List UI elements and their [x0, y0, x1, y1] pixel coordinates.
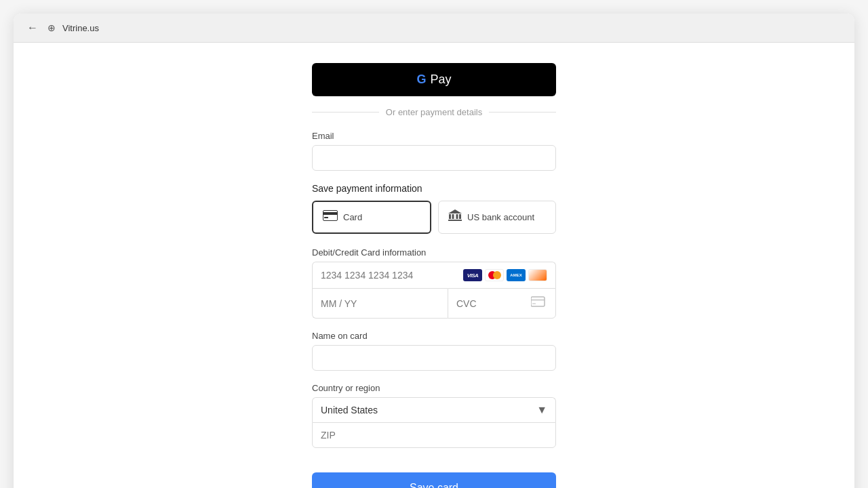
svg-rect-6: [459, 214, 461, 219]
tab-icon: ⊕: [47, 22, 56, 33]
svg-rect-3: [449, 214, 451, 219]
card-icon: [323, 210, 338, 224]
mastercard-logo: [485, 269, 504, 281]
divider-text: Or enter payment details: [386, 107, 482, 117]
cvc-row: [448, 288, 556, 319]
g-blue: G: [416, 73, 426, 87]
svg-rect-0: [323, 211, 338, 221]
svg-rect-7: [448, 220, 462, 221]
svg-rect-4: [452, 214, 454, 219]
card-expiry-cvc: [312, 288, 556, 319]
country-label: Country or region: [312, 383, 556, 393]
country-group: Country or region United States Canada U…: [312, 383, 556, 448]
divider-line-right: [489, 112, 556, 113]
payment-form: G Pay Or enter payment details Email Sav…: [312, 63, 556, 488]
browser-window: ← ⊕ Vitrine.us G Pay Or enter payment de…: [14, 14, 854, 488]
email-label: Email: [312, 131, 556, 141]
tab-bank[interactable]: US bank account: [438, 201, 556, 234]
country-select[interactable]: United States Canada United Kingdom Aust…: [313, 398, 555, 422]
save-payment-group: Save payment information Card: [312, 183, 556, 234]
divider-line-left: [312, 112, 379, 113]
svg-rect-8: [531, 297, 545, 306]
country-select-wrapper: United States Canada United Kingdom Aust…: [312, 397, 556, 422]
svg-rect-9: [531, 299, 545, 301]
bank-icon: [448, 209, 462, 225]
amex-logo: AMEX: [507, 269, 526, 281]
gpay-button[interactable]: G Pay: [312, 63, 556, 96]
visa-logo: VISA: [463, 269, 482, 281]
save-payment-label: Save payment information: [312, 183, 556, 194]
page-content: G Pay Or enter payment details Email Sav…: [14, 43, 854, 488]
svg-rect-2: [324, 217, 328, 218]
card-logos: VISA AMEX: [463, 269, 547, 281]
back-button[interactable]: ←: [24, 20, 41, 35]
email-group: Email: [312, 131, 556, 171]
name-on-card-label: Name on card: [312, 331, 556, 341]
card-tab-label: Card: [343, 212, 362, 222]
expiry-input[interactable]: [312, 288, 448, 319]
browser-toolbar: ← ⊕ Vitrine.us: [14, 14, 854, 43]
save-card-button[interactable]: Save card: [312, 472, 556, 488]
discover-logo: [528, 269, 547, 281]
tab-card[interactable]: Card: [312, 201, 431, 234]
card-number-input[interactable]: [321, 270, 463, 281]
bank-tab-label: US bank account: [467, 212, 534, 222]
name-on-card-group: Name on card: [312, 331, 556, 371]
card-number-row: VISA AMEX: [312, 262, 556, 288]
svg-rect-5: [456, 214, 458, 219]
g-logo: G: [416, 73, 426, 87]
pay-label: Pay: [430, 73, 451, 87]
name-on-card-input[interactable]: [312, 345, 556, 371]
card-info-group: Debit/Credit Card information VISA: [312, 247, 556, 319]
payment-divider: Or enter payment details: [312, 107, 556, 117]
svg-rect-1: [323, 212, 338, 215]
cvc-icon: [531, 296, 547, 311]
payment-tabs: Card US: [312, 201, 556, 234]
url-bar[interactable]: Vitrine.us: [62, 23, 99, 33]
svg-rect-10: [532, 303, 536, 304]
cvc-input[interactable]: [456, 298, 531, 309]
card-info-label: Debit/Credit Card information: [312, 247, 556, 258]
zip-input[interactable]: [312, 422, 556, 448]
email-input[interactable]: [312, 145, 556, 171]
